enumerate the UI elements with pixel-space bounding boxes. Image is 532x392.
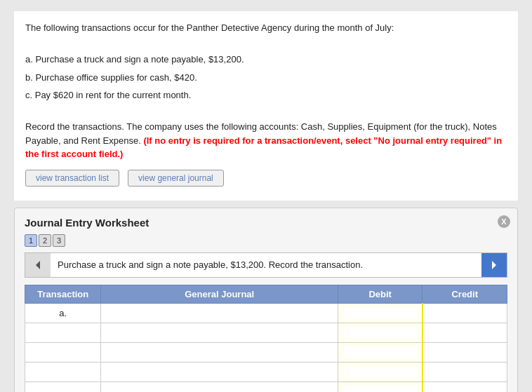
col-header-credit: Credit: [423, 285, 507, 303]
cell-transaction-1: a.: [25, 303, 101, 323]
cell-debit-1[interactable]: [338, 303, 423, 323]
debit-input-1[interactable]: [343, 308, 418, 318]
debit-input-5[interactable]: [343, 386, 418, 392]
cell-debit-5[interactable]: [338, 381, 423, 392]
journal-table: Transaction General Journal Debit Credit…: [25, 285, 507, 392]
table-row: [25, 362, 507, 381]
cell-debit-2[interactable]: [338, 323, 423, 342]
cell-credit-2[interactable]: [423, 323, 507, 342]
cell-credit-4[interactable]: [423, 362, 507, 381]
cell-credit-3[interactable]: [423, 342, 507, 362]
cell-transaction-4: [25, 362, 101, 381]
journal-input-5[interactable]: [105, 386, 333, 392]
view-general-journal-button[interactable]: view general journal: [128, 170, 224, 187]
credit-input-1[interactable]: [427, 308, 503, 318]
col-header-transaction: Transaction: [25, 285, 101, 303]
credit-input-4[interactable]: [427, 367, 503, 377]
credit-input-3[interactable]: [427, 347, 503, 358]
credit-input-2[interactable]: [427, 327, 503, 338]
step-indicators: 1 2 3: [25, 234, 507, 247]
cell-debit-4[interactable]: [338, 362, 423, 381]
table-row: [25, 323, 507, 342]
journal-input-2[interactable]: [105, 327, 333, 338]
worksheet-title: Journal Entry Worksheet: [25, 217, 507, 229]
journal-input-4[interactable]: [105, 367, 333, 377]
transaction-b: b. Purchase office supplies for cash, $4…: [25, 71, 507, 85]
next-arrow-button[interactable]: [481, 253, 507, 277]
cell-credit-1[interactable]: [423, 303, 507, 323]
credit-input-5[interactable]: [427, 386, 503, 392]
step-3[interactable]: 3: [53, 234, 65, 247]
col-header-general-journal: General Journal: [101, 285, 338, 303]
cell-journal-5[interactable]: [101, 381, 338, 392]
debit-input-3[interactable]: [343, 347, 418, 358]
intro-section: The following transactions occur for the…: [14, 11, 518, 201]
cell-journal-1[interactable]: [101, 303, 338, 323]
top-buttons: view transaction list view general journ…: [25, 170, 507, 187]
cell-debit-3[interactable]: [338, 342, 423, 362]
table-row: [25, 381, 507, 392]
journal-entry-worksheet: Journal Entry Worksheet X 1 2 3 Purchase…: [14, 208, 518, 393]
debit-input-4[interactable]: [343, 367, 418, 377]
step-2[interactable]: 2: [39, 234, 51, 247]
instruction-text: Record the transactions. The company use…: [25, 120, 507, 161]
journal-input-1[interactable]: [105, 308, 333, 318]
svg-marker-0: [36, 261, 40, 269]
table-row: [25, 342, 507, 362]
cell-credit-5[interactable]: [423, 381, 507, 392]
prev-arrow-button[interactable]: [25, 253, 51, 277]
table-row: a.: [25, 303, 507, 323]
nav-text: Purchase a truck and sign a note payable…: [51, 253, 481, 277]
cell-transaction-2: [25, 323, 101, 342]
cell-journal-3[interactable]: [101, 342, 338, 362]
cell-journal-4[interactable]: [101, 362, 338, 381]
svg-marker-1: [492, 261, 496, 269]
close-button[interactable]: X: [498, 215, 510, 228]
intro-line1: The following transactions occur for the…: [25, 21, 507, 35]
cell-journal-2[interactable]: [101, 323, 338, 342]
journal-input-3[interactable]: [105, 347, 333, 358]
cell-transaction-5: [25, 381, 101, 392]
col-header-debit: Debit: [338, 285, 423, 303]
view-transaction-list-button[interactable]: view transaction list: [25, 170, 119, 187]
cell-transaction-3: [25, 342, 101, 362]
transaction-a: a. Purchase a truck and sign a note paya…: [25, 53, 507, 67]
debit-input-2[interactable]: [343, 327, 418, 338]
navigation-row: Purchase a truck and sign a note payable…: [25, 252, 507, 278]
transaction-c: c. Pay $620 in rent for the current mont…: [25, 88, 507, 102]
step-1[interactable]: 1: [25, 234, 37, 247]
